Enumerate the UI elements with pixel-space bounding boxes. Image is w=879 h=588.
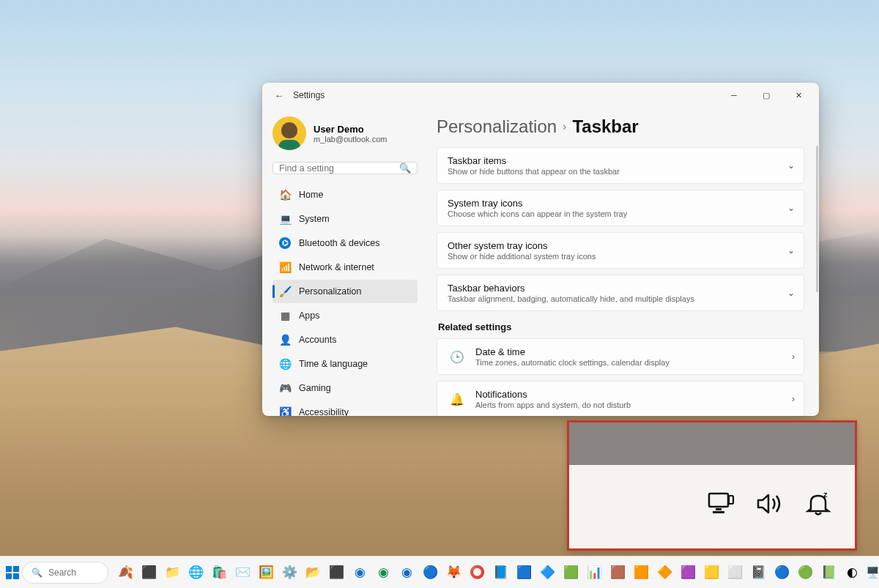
callout-bg [569, 423, 855, 465]
taskbar-app-app6[interactable]: 🟧 [630, 560, 652, 585]
nav-item-system[interactable]: 💻System [272, 207, 418, 231]
taskbar-app-firefox[interactable]: 🦊 [442, 560, 464, 585]
nav-item-network-internet[interactable]: 📶Network & internet [272, 256, 418, 279]
taskbar-app-app4[interactable]: 📊 [583, 560, 605, 585]
taskbar-app-app13[interactable]: 🟢 [794, 560, 816, 585]
search-icon: 🔍 [399, 163, 411, 174]
breadcrumb-parent[interactable]: Personalization [437, 116, 557, 137]
breadcrumb-separator: › [563, 120, 566, 133]
taskbar-app-app8[interactable]: 🟪 [677, 560, 699, 585]
nav-item-accessibility[interactable]: ♿Accessibility [272, 401, 418, 416]
taskbar-app-browser3[interactable]: ◉ [396, 560, 418, 585]
sidebar: User Demo m_lab@outlook.com 🔍 🏠Home💻Syst… [262, 108, 425, 416]
taskbar-app-browser2[interactable]: ◉ [372, 560, 394, 585]
link-title: Notifications [475, 389, 777, 400]
taskbar-app-store[interactable]: 🛍️ [208, 560, 230, 585]
taskbar-app-app1[interactable]: 🟦 [513, 560, 535, 585]
taskbar-app-word[interactable]: 📘 [489, 560, 511, 585]
nav-item-accounts[interactable]: 👤Accounts [272, 328, 418, 351]
nav-label: Accounts [299, 335, 336, 345]
nav-icon: 👤 [278, 333, 292, 346]
close-button[interactable]: ✕ [782, 84, 815, 106]
taskbar-search-input[interactable] [48, 567, 100, 578]
taskbar-app-terminal[interactable]: ⬛ [325, 560, 347, 585]
taskbar: 🔍 🍂 ⬛ 📁 🌐 🛍️ ✉️ 🖼️ ⚙️ 📂 ⬛ ◉ ◉ ◉ 🔵 🦊 ⭕ 📘 … [0, 556, 879, 588]
taskbar-app-app7[interactable]: 🔶 [653, 560, 675, 585]
taskbar-app-app3[interactable]: 🟩 [560, 560, 582, 585]
nav-item-apps[interactable]: ▦Apps [272, 304, 418, 327]
tray-monitor-icon[interactable]: 🖥️ [866, 566, 879, 579]
svg-rect-0 [709, 494, 728, 507]
taskbar-app-edge[interactable]: 🌐 [185, 560, 207, 585]
link-icon: 🕒 [448, 350, 467, 364]
card-subtitle: Show or hide buttons that appear on the … [448, 167, 777, 176]
nav-item-bluetooth-devices[interactable]: ⌬Bluetooth & devices [272, 231, 418, 255]
nav-icon: 🖌️ [278, 285, 292, 298]
related-link-notifications[interactable]: 🔔NotificationsAlerts from apps and syste… [437, 381, 804, 416]
nav-label: Home [299, 190, 323, 200]
breadcrumb: Personalization › Taskbar [437, 116, 804, 137]
user-account-row[interactable]: User Demo m_lab@outlook.com [272, 112, 418, 157]
taskbar-app-browser1[interactable]: ◉ [349, 560, 371, 585]
minimize-button[interactable]: ─ [718, 84, 750, 106]
taskbar-app-app5[interactable]: 🟫 [607, 560, 628, 585]
taskbar-app-app14[interactable]: 📗 [817, 560, 839, 585]
nav-icon: 🏠 [278, 188, 292, 201]
taskbar-app-opera[interactable]: ⭕ [466, 560, 488, 585]
chevron-right-icon: › [792, 394, 795, 404]
taskbar-app-folder[interactable]: 📂 [302, 560, 324, 585]
taskbar-search[interactable]: 🔍 [22, 562, 108, 584]
taskbar-app-app15[interactable]: ◐ [841, 560, 863, 585]
taskbar-app-app12[interactable]: 🔵 [771, 560, 793, 585]
related-link-date-time[interactable]: 🕒Date & timeTime zones, automatic clock … [437, 338, 804, 375]
titlebar: ← Settings ─ ▢ ✕ [262, 83, 819, 108]
back-button[interactable]: ← [271, 90, 287, 101]
card-title: System tray icons [448, 198, 777, 209]
link-subtitle: Alerts from apps and system, do not dist… [475, 401, 777, 409]
search-input[interactable] [279, 163, 399, 174]
start-button[interactable] [6, 560, 19, 585]
settings-search[interactable]: 🔍 [272, 162, 418, 174]
taskbar-app-app10[interactable]: ⬜ [724, 560, 746, 585]
nav-label: Network & internet [299, 262, 374, 272]
callout-tray: z [569, 465, 855, 548]
taskbar-app-explorer[interactable]: 📁 [161, 560, 183, 585]
taskbar-app-taskview[interactable]: ⬛ [138, 560, 160, 585]
settings-card-other-system-tray-icons[interactable]: Other system tray iconsShow or hide addi… [437, 232, 804, 269]
nav-icon: ♿ [278, 406, 292, 416]
nav-list: 🏠Home💻System⌬Bluetooth & devices📶Network… [272, 183, 418, 416]
taskbar-app-chrome[interactable]: 🔵 [419, 560, 441, 585]
taskbar-app-app11[interactable]: 📓 [747, 560, 769, 585]
chevron-down-icon: ⌄ [787, 245, 795, 256]
taskbar-app-photos[interactable]: 🖼️ [255, 560, 277, 585]
windows-logo-icon [6, 566, 19, 579]
nav-item-time-language[interactable]: 🌐Time & language [272, 352, 418, 376]
monitor-icon [707, 491, 736, 522]
chevron-down-icon: ⌄ [787, 288, 795, 298]
nav-label: Time & language [299, 359, 368, 369]
nav-label: Accessibility [299, 407, 349, 416]
chevron-down-icon: ⌄ [787, 203, 795, 213]
taskbar-app-app9[interactable]: 🟨 [700, 560, 722, 585]
scrollbar-thumb[interactable] [816, 146, 818, 292]
scrollbar[interactable] [815, 146, 819, 410]
taskbar-app-weather[interactable]: 🍂 [114, 560, 136, 585]
settings-card-taskbar-items[interactable]: Taskbar itemsShow or hide buttons that a… [437, 147, 804, 184]
settings-card-system-tray-icons[interactable]: System tray iconsChoose which icons can … [437, 190, 804, 226]
svg-rect-2 [713, 511, 724, 513]
taskbar-app-app2[interactable]: 🔷 [536, 560, 558, 585]
nav-icon: 💻 [278, 212, 292, 226]
settings-card-taskbar-behaviors[interactable]: Taskbar behaviorsTaskbar alignment, badg… [437, 275, 804, 311]
maximize-button[interactable]: ▢ [750, 84, 782, 106]
search-icon: 🔍 [31, 567, 42, 578]
nav-label: Apps [299, 310, 320, 321]
related-settings-heading: Related settings [438, 321, 804, 332]
nav-label: Personalization [299, 286, 361, 297]
nav-item-gaming[interactable]: 🎮Gaming [272, 376, 418, 400]
nav-item-personalization[interactable]: 🖌️Personalization [272, 280, 418, 303]
taskbar-app-mail[interactable]: ✉️ [231, 560, 253, 585]
svg-rect-3 [729, 496, 733, 504]
svg-text:z: z [823, 491, 828, 499]
nav-item-home[interactable]: 🏠Home [272, 183, 418, 206]
taskbar-app-settings[interactable]: ⚙️ [278, 560, 300, 585]
